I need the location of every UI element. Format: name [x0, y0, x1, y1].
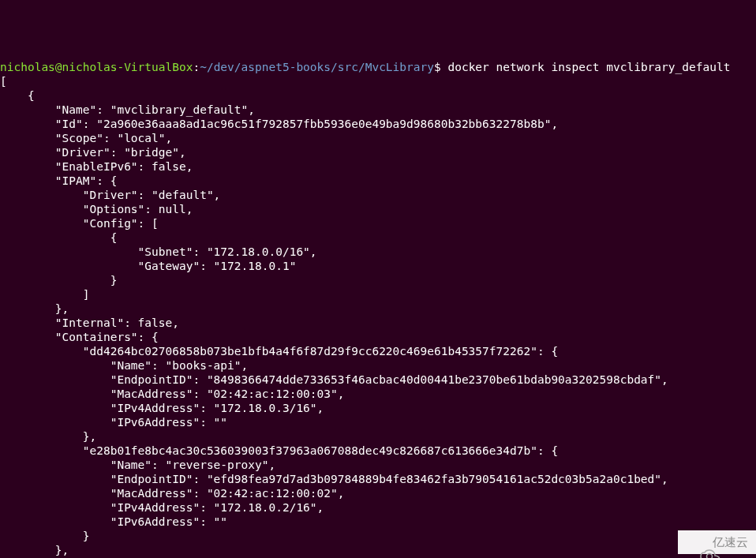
- prompt-dollar: $: [434, 61, 441, 73]
- cloud-icon: [686, 535, 708, 549]
- prompt-user: nicholas@nicholas-VirtualBox: [0, 61, 193, 73]
- watermark: 亿速云: [678, 530, 756, 554]
- svg-point-0: [706, 554, 712, 559]
- prompt-path: ~/dev/aspnet5-books/src/MvcLibrary: [200, 61, 434, 73]
- command-output: [ { "Name": "mvclibrary_default", "Id": …: [0, 75, 668, 558]
- terminal-window[interactable]: nicholas@nicholas-VirtualBox:~/dev/aspne…: [0, 57, 756, 558]
- command-input[interactable]: docker network inspect mvclibrary_defaul…: [441, 61, 731, 73]
- prompt-colon: :: [193, 61, 200, 73]
- watermark-text: 亿速云: [713, 535, 748, 549]
